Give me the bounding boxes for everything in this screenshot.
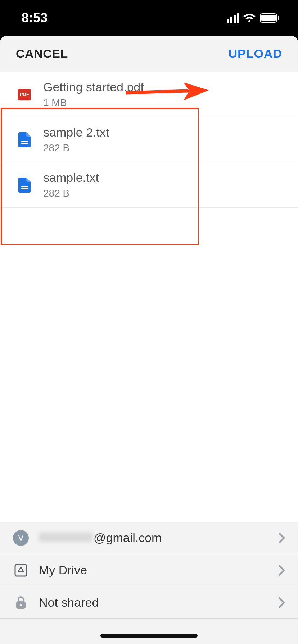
svg-rect-6 bbox=[21, 188, 28, 189]
upload-button[interactable]: UPLOAD bbox=[228, 47, 282, 61]
file-list: PDF Getting started.pdf 1 MB bbox=[0, 72, 298, 208]
battery-icon bbox=[260, 13, 280, 23]
chevron-right-icon bbox=[279, 565, 285, 576]
account-row[interactable]: V @gmail.com bbox=[0, 522, 298, 554]
chevron-right-icon bbox=[279, 533, 285, 543]
sharing-label: Not shared bbox=[39, 595, 99, 610]
upload-sheet: CANCEL UPLOAD PDF Getting started.pdf 1 … bbox=[0, 36, 298, 644]
upload-options-panel: V @gmail.com My Drive bbox=[0, 522, 298, 644]
file-size: 282 B bbox=[43, 188, 99, 199]
sharing-row[interactable]: Not shared bbox=[0, 586, 298, 619]
wifi-icon bbox=[243, 13, 256, 23]
status-time: 8:53 bbox=[22, 10, 48, 26]
drive-icon bbox=[13, 562, 29, 578]
lock-icon bbox=[13, 595, 29, 611]
file-row[interactable]: sample.txt 282 B bbox=[0, 162, 298, 208]
status-indicators bbox=[227, 13, 280, 23]
file-row[interactable]: PDF Getting started.pdf 1 MB bbox=[0, 72, 298, 117]
account-email: @gmail.com bbox=[39, 531, 162, 545]
avatar: V bbox=[13, 530, 29, 546]
svg-rect-3 bbox=[21, 141, 28, 142]
location-row[interactable]: My Drive bbox=[0, 554, 298, 586]
svg-rect-4 bbox=[21, 143, 28, 144]
document-icon bbox=[17, 177, 32, 193]
file-name: sample.txt bbox=[43, 171, 99, 185]
file-size: 1 MB bbox=[43, 97, 144, 109]
file-name: sample 2.txt bbox=[43, 125, 109, 139]
document-icon bbox=[17, 132, 32, 148]
file-name: Getting started.pdf bbox=[43, 80, 144, 94]
svg-rect-5 bbox=[21, 186, 28, 187]
sheet-header: CANCEL UPLOAD bbox=[0, 36, 298, 72]
cancel-button[interactable]: CANCEL bbox=[16, 47, 68, 61]
pdf-icon: PDF bbox=[17, 87, 32, 102]
chevron-right-icon bbox=[279, 597, 285, 608]
file-size: 282 B bbox=[43, 142, 109, 154]
svg-rect-1 bbox=[261, 15, 276, 21]
svg-point-9 bbox=[20, 604, 22, 606]
redacted-text bbox=[39, 533, 93, 542]
svg-rect-2 bbox=[278, 16, 279, 20]
home-indicator[interactable] bbox=[100, 634, 198, 638]
status-bar: 8:53 bbox=[0, 0, 298, 36]
file-row[interactable]: sample 2.txt 282 B bbox=[0, 117, 298, 162]
cellular-signal-icon bbox=[227, 13, 239, 23]
svg-rect-7 bbox=[15, 565, 27, 576]
location-label: My Drive bbox=[39, 563, 87, 577]
